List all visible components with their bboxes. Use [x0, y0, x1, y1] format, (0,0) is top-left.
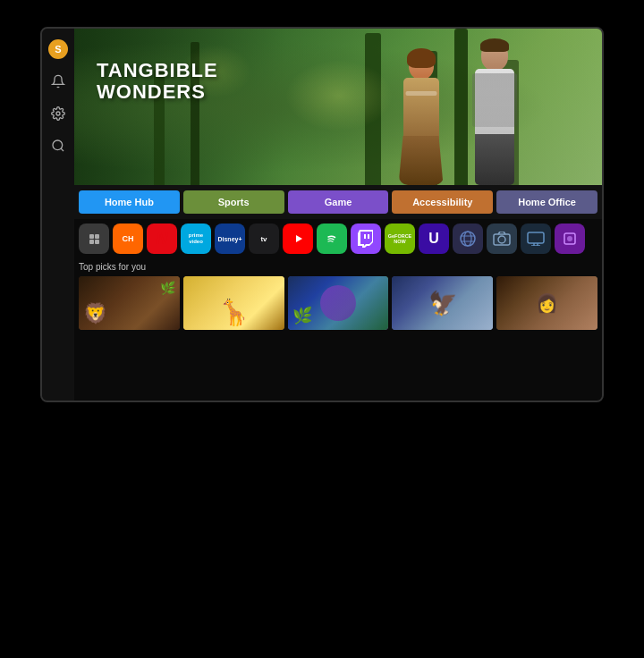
pick-card-4[interactable]: 🦅: [392, 276, 493, 330]
svg-point-20: [567, 236, 572, 241]
main-content: TANGBIBLE WONDERS: [74, 29, 602, 401]
top-picks-label: Top picks for you: [79, 262, 597, 272]
app-camera[interactable]: [487, 224, 517, 254]
avatar-button[interactable]: S: [48, 39, 68, 59]
notifications-icon[interactable]: [48, 72, 68, 91]
character-male: [459, 38, 530, 185]
picks-grid: 🦁 🌿 🦒 🌿: [79, 276, 597, 330]
app-browser[interactable]: [453, 224, 483, 254]
app-display[interactable]: [521, 224, 551, 254]
sidebar: S: [42, 29, 74, 401]
search-icon[interactable]: [48, 136, 68, 156]
nav-home-hub[interactable]: Home Hub: [79, 190, 180, 214]
hero-characters: [387, 38, 530, 185]
svg-rect-6: [364, 234, 366, 239]
nav-accessibility[interactable]: Accessibility: [392, 190, 493, 214]
app-apple-tv[interactable]: tv: [249, 224, 279, 254]
top-picks-section: Top picks for you 🦁 🌿 🦒: [74, 258, 602, 401]
svg-line-2: [61, 148, 64, 151]
character-female: [387, 46, 454, 185]
app-prime-video[interactable]: primevideo: [181, 224, 211, 254]
settings-icon[interactable]: [48, 104, 68, 123]
nav-bar: Home Hub Sports Game Accessibility Home …: [74, 185, 602, 219]
svg-point-8: [461, 232, 475, 246]
app-netflix[interactable]: N: [147, 224, 177, 254]
app-youtube[interactable]: [283, 224, 313, 254]
app-all-apps[interactable]: [79, 224, 109, 254]
pick-card-5[interactable]: 👩: [496, 276, 597, 330]
app-ch[interactable]: CH: [113, 224, 143, 254]
hero-banner[interactable]: TANGBIBLE WONDERS: [74, 29, 602, 185]
svg-point-1: [53, 140, 63, 150]
svg-point-0: [56, 112, 60, 115]
nav-home-office[interactable]: Home Office: [496, 190, 597, 214]
app-u[interactable]: U: [419, 224, 449, 254]
app-geforce-now[interactable]: GeFORCENOW: [385, 224, 415, 254]
svg-rect-7: [368, 234, 369, 239]
user-avatar: S: [48, 39, 68, 59]
hero-title-line2: WONDERS: [97, 81, 218, 103]
svg-rect-14: [528, 232, 544, 243]
hero-title: TANGBIBLE WONDERS: [97, 60, 218, 103]
avatar-letter: S: [55, 44, 61, 55]
app-twitch[interactable]: [351, 224, 381, 254]
pick-card-1[interactable]: 🦁 🌿: [79, 276, 180, 330]
tv-frame: S: [40, 27, 604, 402]
app-extra[interactable]: [555, 224, 585, 254]
hero-title-line1: TANGBIBLE: [97, 60, 218, 81]
nav-sports[interactable]: Sports: [183, 190, 284, 214]
svg-point-13: [498, 236, 505, 243]
pick-card-2[interactable]: 🦒: [183, 276, 284, 330]
svg-point-9: [464, 232, 471, 246]
app-disney-plus[interactable]: Disney+: [215, 224, 245, 254]
pick-card-3[interactable]: 🌿: [288, 276, 389, 330]
app-spotify[interactable]: [317, 224, 347, 254]
apps-row: CH N primevideo Disney+ tv: [74, 219, 602, 258]
nav-game[interactable]: Game: [288, 190, 389, 214]
